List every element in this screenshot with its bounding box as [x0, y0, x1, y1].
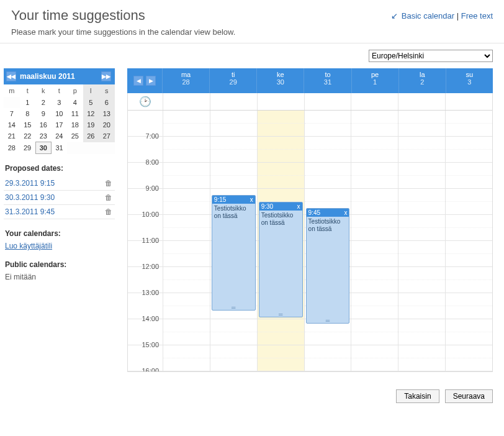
- mini-day[interactable]: 8: [20, 108, 36, 119]
- day-column[interactable]: [351, 111, 398, 371]
- mini-day[interactable]: 14: [4, 119, 20, 130]
- calendar-event[interactable]: 9:30xTestiotsikko on tässä═: [259, 202, 303, 317]
- event-title: Testiotsikko on tässä: [307, 217, 349, 234]
- mini-day[interactable]: 16: [35, 119, 52, 130]
- day-header[interactable]: ke30: [256, 68, 304, 93]
- mini-next-year-button[interactable]: ▶▶: [101, 71, 111, 81]
- proposed-row: 31.3.2011 9:45🗑: [4, 205, 115, 219]
- timezone-row: Europe/Helsinki: [0, 43, 504, 68]
- mini-day[interactable]: 5: [83, 97, 99, 108]
- day-column[interactable]: 9:15xTestiotsikko on tässä═: [210, 111, 257, 371]
- day-header[interactable]: pe1: [351, 68, 398, 93]
- proposed-date-link[interactable]: 29.3.2011 9:15: [5, 179, 55, 188]
- mini-day[interactable]: 22: [20, 130, 36, 142]
- your-calendars-heading: Your calendars:: [5, 229, 115, 238]
- mini-day: [83, 142, 99, 154]
- day-header[interactable]: la2: [398, 68, 446, 93]
- mini-day[interactable]: 26: [83, 130, 99, 142]
- day-column[interactable]: 9:30xTestiotsikko on tässä═: [257, 111, 304, 371]
- mini-day[interactable]: 21: [4, 130, 20, 142]
- public-calendars-empty: Ei mitään: [4, 273, 115, 281]
- mini-dow-0: m: [4, 84, 20, 97]
- mini-day[interactable]: 19: [83, 119, 99, 130]
- mini-day[interactable]: 20: [99, 119, 115, 130]
- allday-cell[interactable]: [163, 93, 210, 110]
- mini-day[interactable]: 1: [20, 97, 36, 108]
- link-arrow-icon: ↙: [391, 11, 398, 20]
- mini-day[interactable]: 4: [67, 97, 83, 108]
- event-close-icon[interactable]: x: [344, 209, 347, 216]
- calendar-event[interactable]: 9:15xTestiotsikko on tässä═: [212, 195, 256, 311]
- mini-day[interactable]: 27: [99, 130, 115, 142]
- allday-cell[interactable]: [210, 93, 257, 110]
- mini-day[interactable]: 15: [20, 119, 36, 130]
- mini-day[interactable]: 23: [35, 130, 52, 142]
- mini-month-label: maaliskuu 2011: [17, 72, 101, 81]
- mini-day[interactable]: 29: [20, 142, 36, 154]
- day-header[interactable]: ti29: [209, 68, 256, 93]
- allday-cell[interactable]: [445, 93, 492, 110]
- mini-day[interactable]: 3: [52, 97, 68, 108]
- mini-day[interactable]: 11: [67, 108, 83, 119]
- week-prev-button[interactable]: ◀: [133, 76, 143, 86]
- calendar-scroll-area[interactable]: 7:008:009:0010:0011:0012:0013:0014:0015:…: [128, 111, 492, 371]
- mini-day[interactable]: 6: [99, 97, 115, 108]
- event-time: 9:30: [261, 203, 273, 210]
- mini-day[interactable]: 10: [52, 108, 68, 119]
- back-button[interactable]: Takaisin: [396, 389, 439, 403]
- day-header[interactable]: to31: [304, 68, 351, 93]
- event-close-icon[interactable]: x: [297, 203, 300, 210]
- day-header[interactable]: su3: [446, 68, 493, 93]
- mini-day[interactable]: 25: [67, 130, 83, 142]
- calendar-area: ◀ ▶ ma28ti29ke30to31pe1la2su3 🕑 7:008:00…: [115, 68, 504, 372]
- allday-cell[interactable]: [351, 93, 398, 110]
- mini-day[interactable]: 17: [52, 119, 68, 130]
- day-column[interactable]: [163, 111, 210, 371]
- mini-day[interactable]: 13: [99, 108, 115, 119]
- mini-calendar: mtktpls 12345678910111213141516171819202…: [4, 84, 115, 154]
- allday-cell[interactable]: [398, 93, 445, 110]
- mini-day[interactable]: 31: [52, 142, 68, 154]
- mini-day[interactable]: 2: [35, 97, 52, 108]
- mini-day[interactable]: 7: [4, 108, 20, 119]
- mini-dow-6: s: [99, 84, 115, 97]
- trash-icon[interactable]: 🗑: [105, 179, 112, 188]
- basic-calendar-link[interactable]: Basic calendar: [402, 11, 454, 20]
- day-header[interactable]: ma28: [162, 68, 209, 93]
- mini-day: [99, 142, 115, 154]
- mini-day[interactable]: 18: [67, 119, 83, 130]
- mini-day[interactable]: 30: [35, 142, 52, 154]
- free-text-link[interactable]: Free text: [461, 11, 493, 20]
- mini-prev-year-button[interactable]: ◀◀: [6, 71, 16, 81]
- allday-row: 🕑: [128, 93, 492, 111]
- week-header: ◀ ▶ ma28ti29ke30to31pe1la2su3: [127, 68, 493, 93]
- create-account-link[interactable]: Luo käyttäjätili: [4, 242, 115, 250]
- mini-day[interactable]: 9: [35, 108, 52, 119]
- mini-day[interactable]: 24: [52, 130, 68, 142]
- mini-day[interactable]: 28: [4, 142, 20, 154]
- timezone-select[interactable]: Europe/Helsinki: [369, 50, 493, 62]
- event-resize-handle[interactable]: ═: [307, 319, 349, 322]
- allday-cell[interactable]: [304, 93, 351, 110]
- public-calendars-heading: Public calendars:: [5, 260, 115, 269]
- next-button[interactable]: Seuraava: [445, 389, 493, 403]
- event-time: 9:45: [308, 209, 320, 216]
- day-column[interactable]: [445, 111, 492, 371]
- allday-cell[interactable]: [257, 93, 304, 110]
- trash-icon[interactable]: 🗑: [105, 193, 112, 202]
- trash-icon[interactable]: 🗑: [105, 207, 112, 216]
- mini-day[interactable]: 12: [83, 108, 99, 119]
- week-next-button[interactable]: ▶: [146, 76, 156, 86]
- proposed-date-link[interactable]: 31.3.2011 9:45: [5, 207, 55, 216]
- event-close-icon[interactable]: x: [250, 196, 253, 203]
- proposed-date-link[interactable]: 30.3.2011 9:30: [5, 193, 55, 202]
- day-column[interactable]: 9:45xTestiotsikko on tässä═: [304, 111, 351, 371]
- event-resize-handle[interactable]: ═: [212, 306, 255, 309]
- mini-dow-3: t: [52, 84, 68, 97]
- header-links: ↙ Basic calendar | Free text: [391, 7, 493, 20]
- mini-dow-4: p: [67, 84, 83, 97]
- event-title: Testiotsikko on tässä: [212, 204, 255, 221]
- day-column[interactable]: [398, 111, 445, 371]
- event-resize-handle[interactable]: ═: [259, 312, 302, 316]
- calendar-event[interactable]: 9:45xTestiotsikko on tässä═: [306, 208, 350, 324]
